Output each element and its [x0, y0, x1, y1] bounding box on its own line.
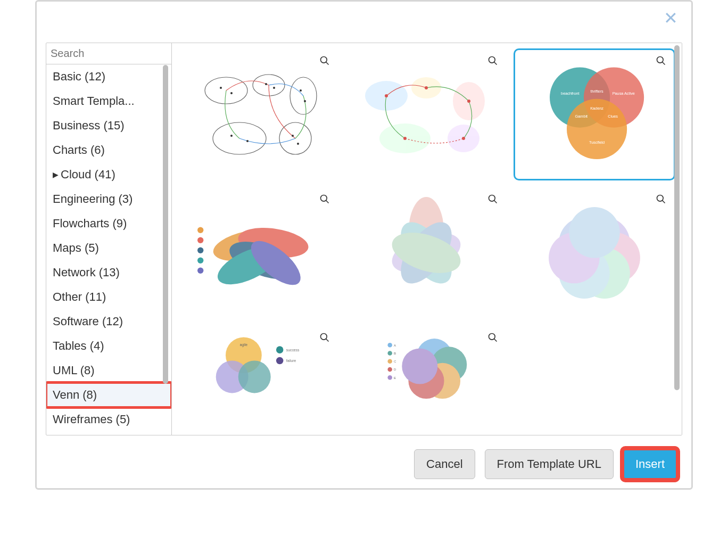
template-tile[interactable] [177, 187, 339, 319]
category-label: Wireframes (5) [53, 413, 130, 426]
svg-point-13 [300, 89, 302, 92]
template-tile[interactable] [345, 48, 507, 180]
svg-point-70 [569, 207, 619, 258]
category-label: Charts (6) [53, 143, 105, 157]
category-item[interactable]: Engineering (3) [46, 187, 171, 211]
svg-point-83 [387, 343, 392, 348]
template-thumbnail [355, 59, 497, 170]
category-item[interactable]: ▶Cloud (41) [46, 162, 171, 187]
svg-point-85 [387, 351, 392, 356]
category-label: Basic (12) [53, 70, 105, 84]
svg-point-29 [403, 137, 407, 140]
template-tile[interactable]: A B C D E [345, 325, 507, 410]
template-grid-panel: beachfront Pausa Active Tuscfield thrift… [172, 43, 682, 435]
svg-point-15 [230, 135, 233, 137]
svg-text:D: D [394, 367, 396, 371]
category-label: Network (13) [53, 266, 120, 279]
svg-point-9 [220, 87, 222, 89]
category-label: UML (8) [53, 364, 95, 377]
template-tile[interactable]: beachfront Pausa Active Tuscfield thrift… [514, 48, 675, 180]
template-tile[interactable] [514, 187, 675, 319]
svg-text:E: E [394, 376, 396, 380]
template-thumbnail: A B C D E [355, 335, 497, 400]
insert-button[interactable]: Insert [623, 449, 677, 479]
svg-point-87 [387, 359, 392, 364]
svg-point-18 [297, 143, 299, 145]
category-label: Software (12) [53, 315, 123, 328]
template-thumbnail [187, 197, 329, 309]
svg-text:Kadenz: Kadenz [590, 106, 603, 111]
category-item[interactable]: Tables (4) [46, 334, 171, 358]
sidebar-scrollbar[interactable] [163, 65, 168, 384]
svg-point-97 [402, 348, 437, 384]
main-scrollbar[interactable] [674, 45, 680, 390]
template-thumbnail [524, 197, 665, 309]
close-icon[interactable]: ✕ [664, 10, 678, 27]
category-label: Tables (4) [53, 339, 104, 353]
svg-point-16 [246, 140, 249, 142]
category-item[interactable]: Charts (6) [46, 138, 171, 162]
category-item[interactable]: Flowcharts (9) [46, 211, 171, 236]
template-thumbnail [187, 59, 329, 170]
category-label: Cloud (41) [61, 168, 115, 182]
svg-text:Tuscfield: Tuscfield [589, 140, 605, 145]
content-split: Basic (12)Smart Templa...Business (15)Ch… [46, 43, 682, 435]
svg-point-46 [197, 237, 203, 243]
category-item[interactable]: Business (15) [46, 113, 171, 138]
category-item[interactable]: Maps (5) [46, 236, 171, 260]
svg-text:failure: failure [286, 359, 296, 363]
category-item[interactable]: UML (8) [46, 358, 171, 383]
template-thumbnail [355, 197, 497, 309]
svg-point-28 [467, 100, 470, 103]
search-row [46, 43, 171, 64]
svg-point-89 [387, 367, 392, 372]
category-item[interactable]: Network (13) [46, 260, 171, 285]
template-grid: beachfront Pausa Active Tuscfield thrift… [172, 43, 682, 435]
category-label: Business (15) [53, 119, 125, 133]
svg-text:A: A [394, 343, 396, 347]
template-tile[interactable] [345, 187, 507, 319]
category-item[interactable]: Other (11) [46, 285, 171, 309]
category-item[interactable]: Venn (8) [46, 383, 171, 407]
template-tile[interactable] [177, 48, 339, 180]
svg-point-79 [276, 357, 284, 365]
category-label: Other (11) [53, 290, 106, 304]
category-item[interactable]: Basic (12) [46, 64, 171, 89]
svg-point-77 [276, 346, 284, 353]
svg-point-11 [265, 83, 267, 85]
category-label: Smart Templa... [53, 94, 135, 108]
svg-point-49 [197, 268, 203, 274]
category-label: Maps (5) [53, 241, 99, 255]
svg-point-26 [385, 94, 388, 97]
svg-point-14 [304, 100, 306, 102]
category-label: Flowcharts (9) [53, 217, 127, 230]
svg-point-12 [273, 87, 275, 89]
svg-text:C: C [394, 359, 396, 363]
category-item[interactable]: Software (12) [46, 309, 171, 334]
category-label: Engineering (3) [53, 192, 133, 206]
template-thumbnail: agile success failure [187, 335, 329, 400]
template-tile[interactable]: agile success failure [177, 325, 339, 410]
expand-icon: ▶ [53, 170, 59, 179]
from-template-url-button[interactable]: From Template URL [485, 449, 614, 479]
svg-text:thrifters: thrifters [590, 89, 603, 94]
dialog-frame: ✕ Basic (12)Smart Templa...Business (15)… [35, 0, 693, 490]
svg-point-75 [238, 360, 271, 393]
svg-text:Clues: Clues [608, 114, 618, 119]
svg-point-91 [387, 375, 392, 380]
category-label: Venn (8) [53, 388, 97, 402]
svg-text:Gambit: Gambit [575, 114, 588, 119]
svg-point-17 [292, 135, 294, 137]
category-item[interactable]: Smart Templa... [46, 89, 171, 113]
svg-text:agile: agile [240, 343, 248, 347]
search-input[interactable] [46, 44, 189, 63]
svg-point-30 [462, 137, 465, 140]
cancel-button[interactable]: Cancel [414, 449, 475, 479]
svg-point-27 [425, 86, 428, 89]
dialog-body: ✕ Basic (12)Smart Templa...Business (15)… [39, 4, 689, 486]
svg-point-45 [197, 227, 203, 233]
svg-text:beachfront: beachfront [561, 91, 579, 96]
svg-text:Pausa Active: Pausa Active [613, 91, 635, 96]
category-item[interactable]: Wireframes (5) [46, 407, 171, 432]
template-thumbnail: beachfront Pausa Active Tuscfield thrift… [524, 59, 665, 170]
